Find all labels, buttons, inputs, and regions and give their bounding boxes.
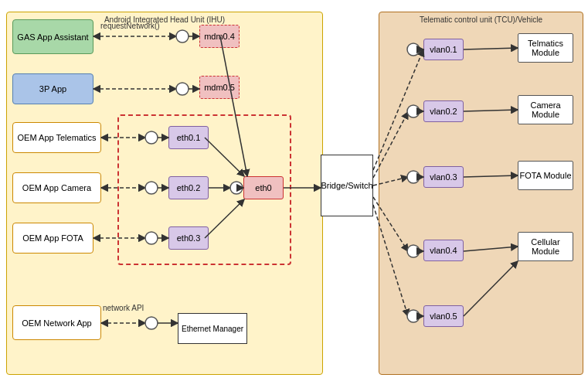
- bridge-switch-label: Bridge/Switch: [321, 181, 372, 190]
- vlan01-box: vlan0.1: [423, 39, 464, 60]
- eth01-label: eth0.1: [177, 133, 201, 142]
- eth02-box: eth0.2: [168, 176, 209, 199]
- eth-manager-box: Ethernet Manager: [178, 313, 247, 344]
- threep-app-box: 3P App: [12, 73, 93, 104]
- mdm05-label: mdm0.5: [204, 83, 235, 92]
- vlan04-label: vlan0.4: [430, 246, 457, 255]
- telmatics-module-label: Telmatics Module: [518, 39, 573, 57]
- request-network-label: requestNetwork(): [100, 22, 160, 30]
- vlan04-box: vlan0.4: [423, 240, 464, 261]
- mdm04-label: mdm0.4: [204, 32, 235, 41]
- network-api-label: network API: [103, 304, 144, 312]
- eth02-label: eth0.2: [177, 183, 201, 192]
- tcu-label: Telematic control unit (TCU)/Vehicle: [420, 15, 542, 24]
- eth03-label: eth0.3: [177, 233, 201, 243]
- vlan02-label: vlan0.2: [430, 107, 457, 116]
- eth03-box: eth0.3: [168, 226, 209, 250]
- oem-fota-box: OEM App FOTA: [12, 223, 93, 254]
- cellular-module-label: Cellular Module: [518, 237, 573, 256]
- vlan05-box: vlan0.5: [423, 305, 464, 327]
- vlan01-label: vlan0.1: [430, 45, 457, 54]
- oem-camera-box: OEM App Camera: [12, 172, 101, 203]
- fota-module-box: FOTA Module: [518, 161, 573, 190]
- gas-app-label: GAS App Assistant: [17, 32, 88, 42]
- fota-module-label: FOTA Module: [519, 171, 571, 180]
- gas-app-box: GAS App Assistant: [12, 19, 93, 54]
- tcu-panel: Telematic control unit (TCU)/Vehicle: [379, 12, 583, 375]
- camera-module-box: Camera Module: [518, 95, 573, 124]
- oem-network-box: OEM Network App: [12, 305, 101, 340]
- vlan05-label: vlan0.5: [430, 311, 457, 321]
- oem-camera-label: OEM App Camera: [22, 183, 91, 192]
- cellular-module-box: Cellular Module: [518, 232, 573, 261]
- bridge-switch-box: Bridge/Switch: [321, 155, 373, 216]
- eth0-box: eth0: [243, 176, 284, 199]
- oem-telematics-box: OEM App Telematics: [12, 122, 101, 153]
- oem-network-label: OEM Network App: [22, 318, 91, 328]
- oem-fota-label: OEM App FOTA: [22, 233, 83, 243]
- eth-manager-label: Ethernet Manager: [182, 325, 243, 333]
- eth01-box: eth0.1: [168, 126, 209, 149]
- threep-app-label: 3P App: [39, 84, 66, 94]
- camera-module-label: Camera Module: [518, 100, 573, 119]
- eth0-label: eth0: [255, 183, 271, 192]
- vlan02-box: vlan0.2: [423, 100, 464, 122]
- telmatics-module-box: Telmatics Module: [518, 33, 573, 63]
- mdm05-box: mdm0.5: [199, 76, 240, 99]
- mdm04-box: mdm0.4: [199, 25, 240, 48]
- vlan03-label: vlan0.3: [430, 172, 457, 182]
- vlan03-box: vlan0.3: [423, 166, 464, 188]
- oem-telematics-label: OEM App Telematics: [18, 133, 97, 142]
- diagram: Android Integrated Head Unit (IHU) Telem…: [0, 0, 588, 388]
